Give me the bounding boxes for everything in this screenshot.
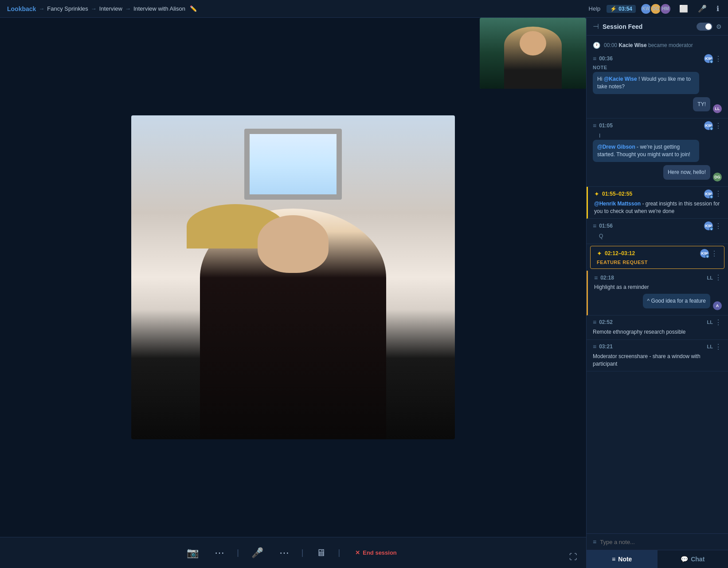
end-session-label: End session [363,549,397,556]
end-session-button[interactable]: ✕ End session [349,546,403,560]
note-input-icon: ≡ [593,538,596,545]
thumb-face [520,31,546,55]
note-more-btn-0036[interactable]: ⋮ [715,55,722,63]
mic-btn[interactable]: 🎤 [248,544,267,562]
brand-logo[interactable]: Lookback [7,5,36,12]
note-03-21: ≡ 03:21 LL ⋮ Moderator screenshare - sha… [587,340,728,372]
audio-btn[interactable]: 🎤 [696,3,708,15]
timer-badge: ⚡ 03:54 [607,5,636,13]
chat-avatar-reply: A [713,301,722,310]
star-icon-2: ✦ [597,250,602,257]
note-more-btn-0252[interactable]: ⋮ [715,318,722,327]
note-avatar-kw-2: KW + [704,121,713,130]
info-btn[interactable]: ℹ [715,3,721,15]
note-avatar-kw: KW + [704,54,713,63]
sys-event-desc: became moderator [648,42,693,48]
note-01-05: ≡ 01:05 KW + ⋮ I @Drew Gibson - we're ju… [587,118,728,186]
avatar-badge-2: + [709,126,713,130]
tab-note[interactable]: ≡ Note [587,550,658,568]
collapse-feed-btn[interactable]: ⊣ [593,22,599,31]
screen-share-ctrl-btn[interactable]: 🖥 [313,544,329,562]
chat-row-reply-0218: ^ Good idea for a feature A [594,294,722,310]
video-controls: 📷 ⋯ | 🎤 ⋯ | 🖥 | ✕ End session ⛶ [0,537,586,568]
video-main [0,18,586,537]
feed-settings-btn[interactable]: ⚙ [716,23,722,30]
avatar-badge: + [709,59,713,63]
feed-header: ⊣ Session Feed ⚙ [587,18,728,36]
mic-more-btn[interactable]: ⋯ [276,544,293,562]
note-02-18: ≡ 02:18 LL ⋮ Highlight as a reminder ^ G… [587,271,728,316]
feature-request-0212: ✦ 02:12–03:12 KW + ⋮ Feature Request [590,246,724,269]
chat-row-1: Hi @Kacie Wise ! Would you like me to ta… [593,72,722,96]
chat-bubble-4: Here now, hello! [663,165,710,180]
note-00-36: ≡ 00:36 KW + ⋮ NOTE Hi @Kacie Wise ! Wou… [587,51,728,118]
hamburger-icon-4: ≡ [594,274,598,281]
note-time-0156: 01:56 [599,223,613,229]
note-time-0321: 03:21 [599,343,613,350]
help-link[interactable]: Help [589,5,601,12]
clock-icon: 🕐 [593,42,600,49]
avatar-badge-4: + [709,227,713,231]
breadcrumb-3[interactable]: Interview with Alison [133,5,185,12]
breadcrumb-area: Lookback → Fancy Sprinkles → Interview →… [7,5,197,12]
note-content-0105: I [593,132,722,140]
person-body [200,209,386,439]
initials-ll-0218: LL [707,275,713,280]
thumbnail-videos [480,18,586,89]
x-icon: ✕ [355,549,360,556]
chat-row-3: @Drew Gibson - we're just getting starte… [593,140,722,164]
top-nav-right: Help ⚡ 03:54 KW DG HM ⬜ 🎤 ℹ [589,3,721,15]
bottom-tabs: ≡ Note 💬 Chat [587,550,728,568]
hamburger-icon-6: ≡ [593,343,596,350]
chat-bubble-3: @Drew Gibson - we're just getting starte… [593,140,699,162]
note-more-btn-insight[interactable]: ⋮ [715,189,722,198]
tab-chat[interactable]: 💬 Chat [658,550,728,568]
hamburger-icon-3: ≡ [593,222,596,229]
hamburger-icon: ≡ [593,55,596,62]
star-icon: ✦ [594,190,599,197]
tab-note-label: Note [618,556,632,563]
camera-more-btn[interactable]: ⋯ [211,544,228,562]
note-more-btn-0321[interactable]: ⋮ [715,343,722,351]
chat-row-4: Here now, hello! DG [593,165,722,181]
note-avatar-insight: KW + [704,189,713,198]
edit-icon[interactable]: ✏️ [190,5,197,12]
note-time-0218: 02:18 [600,275,614,281]
skylight [244,129,342,200]
screen-share-btn[interactable]: ⬜ [677,3,690,15]
video-section: 📷 ⋯ | 🎤 ⋯ | 🖥 | ✕ End session ⛶ [0,18,586,568]
insight-01-55: ✦ 01:55–02:55 KW + ⋮ @Henrik Mattsson - … [587,187,728,219]
breadcrumb-2[interactable]: Interview [99,5,122,12]
note-avatar-feature: KW + [700,249,709,258]
main-video [131,115,455,439]
hamburger-icon-2: ≡ [593,122,596,129]
camera-btn[interactable]: 📷 [183,544,202,562]
breadcrumb-1[interactable]: Fancy Sprinkles [47,5,88,12]
feature-time: 02:12–03:12 [605,250,635,256]
chat-avatar-2: LL [713,104,722,113]
feed-toggle[interactable] [697,23,712,31]
note-more-btn-0105[interactable]: ⋮ [715,122,722,130]
system-event-moderator: 🕐 00:00 Kacie Wise became moderator [587,39,728,51]
sys-event-time: 00:00 [604,42,617,48]
note-more-btn-0156[interactable]: ⋮ [715,222,722,230]
initials-ll-0252: LL [707,320,713,325]
insight-content: @Henrik Mattsson - great insights in thi… [594,200,722,215]
lightning-icon: ⚡ [610,6,617,12]
chat-bubble-2: TY! [693,97,710,112]
fullscreen-btn[interactable]: ⛶ [569,552,577,562]
note-text-0252: Remote ethnography research possible [593,328,722,336]
note-more-btn-0218[interactable]: ⋮ [715,273,722,282]
sys-event-name: Kacie Wise [618,42,646,48]
note-time-0252: 02:52 [599,319,613,325]
avatar-badge-5: + [705,254,709,258]
tab-chat-label: Chat [691,556,705,563]
insight-time-0155: 01:55–02:55 [602,191,632,197]
feed-title: Session Feed [603,23,642,30]
note-text-0218: Highlight as a reminder [594,284,722,291]
note-input[interactable] [600,539,722,545]
note-more-btn-feature[interactable]: ⋮ [711,249,718,258]
avatar-3[interactable]: HM [660,3,671,15]
chat-bubble-1: Hi @Kacie Wise ! Would you like me to ta… [593,72,699,94]
participant-avatars: KW DG HM [642,3,671,15]
